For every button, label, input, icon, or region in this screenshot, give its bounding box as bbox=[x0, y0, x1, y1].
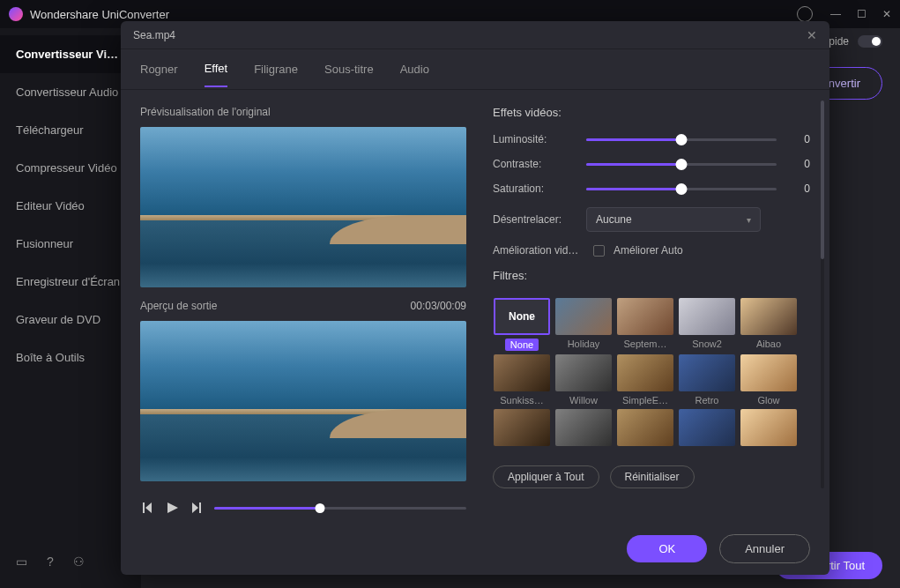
help-icon[interactable]: ? bbox=[47, 555, 54, 569]
account-icon[interactable] bbox=[797, 6, 813, 22]
ok-button[interactable]: OK bbox=[627, 535, 707, 562]
brightness-slider[interactable] bbox=[586, 138, 777, 141]
apply-all-button[interactable]: Appliquer à Tout bbox=[493, 465, 599, 488]
filter-thumb-willow[interactable] bbox=[555, 354, 612, 391]
effects-column: Effets vidéos: Luminosité: 0 Contraste: … bbox=[493, 106, 810, 522]
chevron-down-icon: ▾ bbox=[747, 215, 751, 225]
dialog-filename: Sea.mp4 bbox=[133, 29, 807, 41]
sidebar-item-editor[interactable]: Editeur Vidéo bbox=[0, 187, 141, 225]
contrast-fill bbox=[586, 163, 681, 166]
effect-dialog: Sea.mp4 ✕ Rogner Effet Filigrane Sous-ti… bbox=[121, 21, 829, 575]
filter-holiday: Holiday bbox=[554, 298, 613, 351]
filter-sunkiss: Sunkiss… bbox=[493, 354, 551, 406]
filter-extra-2 bbox=[554, 409, 613, 446]
sidebar-item-downloader[interactable]: Téléchargeur bbox=[0, 111, 141, 149]
filter-thumb-extra-4[interactable] bbox=[679, 409, 735, 446]
filter-extra-5 bbox=[740, 409, 798, 446]
tab-soustitre[interactable]: Sous-titre bbox=[324, 52, 374, 86]
filter-thumb-extra-2[interactable] bbox=[555, 409, 612, 446]
sidebar-item-dvd[interactable]: Graveur de DVD bbox=[0, 301, 141, 339]
brightness-fill bbox=[586, 138, 681, 141]
saturation-thumb[interactable] bbox=[676, 183, 688, 195]
app-title: Wondershare UniConverter bbox=[30, 8, 797, 21]
filter-thumb-holiday[interactable] bbox=[555, 298, 612, 335]
filter-thumb-glow[interactable] bbox=[740, 354, 797, 391]
filter-name-none: None bbox=[505, 339, 539, 351]
filter-name-sunkiss: Sunkiss… bbox=[500, 395, 544, 406]
tab-effet[interactable]: Effet bbox=[205, 51, 228, 87]
enhance-auto-label: Améliorer Auto bbox=[614, 244, 683, 257]
saturation-row: Saturation: 0 bbox=[493, 182, 810, 195]
filter-thumb-extra-3[interactable] bbox=[617, 409, 673, 446]
app-logo-icon bbox=[9, 7, 23, 21]
contrast-row: Contraste: 0 bbox=[493, 158, 810, 170]
playback-slider[interactable] bbox=[214, 507, 466, 510]
filter-thumb-none[interactable]: None bbox=[494, 298, 550, 335]
filter-extra-4 bbox=[678, 409, 736, 446]
cancel-button[interactable]: Annuler bbox=[719, 534, 810, 563]
brightness-row: Luminosité: 0 bbox=[493, 133, 810, 145]
high-speed-toggle[interactable] bbox=[858, 35, 882, 48]
sidebar-item-video-converter[interactable]: Convertisseur Vidéo bbox=[0, 35, 141, 73]
effects-title: Effets vidéos: bbox=[493, 106, 810, 119]
maximize-icon[interactable]: ☐ bbox=[857, 8, 867, 20]
scrollbar-thumb[interactable] bbox=[821, 100, 824, 259]
filter-name-willow: Willow bbox=[569, 395, 598, 406]
filter-september: Septem… bbox=[616, 298, 674, 351]
output-preview-label: Aperçu de sortie bbox=[140, 300, 217, 312]
playback-fill bbox=[214, 507, 320, 510]
output-preview bbox=[140, 321, 466, 481]
filter-thumb-extra-1[interactable] bbox=[494, 409, 550, 446]
filter-thumb-snow2[interactable] bbox=[679, 298, 735, 335]
filter-thumb-sunkiss[interactable] bbox=[494, 354, 550, 391]
guide-icon[interactable]: ▭ bbox=[16, 555, 27, 569]
close-window-icon[interactable]: ✕ bbox=[882, 8, 891, 20]
filter-thumb-extra-5[interactable] bbox=[740, 409, 797, 446]
user-icon[interactable]: ⚇ bbox=[73, 555, 85, 569]
play-icon[interactable] bbox=[165, 501, 179, 515]
tab-audio[interactable]: Audio bbox=[400, 52, 429, 86]
next-frame-icon[interactable] bbox=[190, 501, 204, 515]
filter-glow: Glow bbox=[740, 354, 798, 406]
dialog-scrollbar[interactable] bbox=[821, 100, 824, 488]
original-preview-label: Prévisualisation de l'original bbox=[140, 106, 466, 118]
contrast-value: 0 bbox=[789, 158, 810, 170]
filter-snow2: Snow2 bbox=[678, 298, 736, 351]
contrast-label: Contraste: bbox=[493, 158, 574, 170]
enhance-checkbox[interactable] bbox=[593, 245, 605, 257]
saturation-value: 0 bbox=[789, 182, 810, 195]
sidebar-item-toolbox[interactable]: Boîte à Outils bbox=[0, 339, 141, 376]
sidebar-item-merger[interactable]: Fusionneur bbox=[0, 225, 141, 263]
close-icon[interactable]: ✕ bbox=[807, 28, 817, 42]
brightness-label: Luminosité: bbox=[493, 133, 574, 145]
filter-name-september: Septem… bbox=[624, 339, 667, 349]
filter-thumb-simplee[interactable] bbox=[617, 354, 673, 391]
brightness-thumb[interactable] bbox=[676, 134, 688, 145]
preview-column: Prévisualisation de l'original Aperçu de… bbox=[140, 106, 466, 522]
contrast-thumb[interactable] bbox=[676, 159, 688, 170]
sidebar-item-audio-converter[interactable]: Convertisseur Audio bbox=[0, 73, 141, 111]
reset-button[interactable]: Réinitialiser bbox=[610, 465, 695, 488]
filter-thumb-retro[interactable] bbox=[679, 354, 735, 391]
filter-thumb-september[interactable] bbox=[617, 298, 673, 335]
contrast-slider[interactable] bbox=[586, 163, 777, 166]
saturation-fill bbox=[586, 188, 681, 190]
tab-filigrane[interactable]: Filigrane bbox=[254, 52, 298, 86]
original-preview bbox=[140, 127, 466, 287]
filter-aibao: Aibao bbox=[740, 298, 798, 351]
timecode: 00:03/00:09 bbox=[411, 300, 466, 312]
sidebar-item-recorder[interactable]: Enregistreur d'Écran bbox=[0, 263, 141, 301]
filter-name-glow: Glow bbox=[757, 395, 779, 406]
toggle-knob bbox=[872, 37, 881, 46]
filter-name-aibao: Aibao bbox=[756, 339, 781, 349]
deinterlace-select[interactable]: Aucune ▾ bbox=[586, 207, 761, 232]
deinterlace-row: Désentrelacer: Aucune ▾ bbox=[493, 207, 810, 232]
saturation-slider[interactable] bbox=[586, 188, 777, 190]
filter-retro: Retro bbox=[678, 354, 736, 406]
prev-frame-icon[interactable] bbox=[140, 501, 154, 515]
sidebar-item-compressor[interactable]: Compresseur Vidéo bbox=[0, 149, 141, 187]
playback-thumb[interactable] bbox=[316, 503, 325, 513]
filter-thumb-aibao[interactable] bbox=[740, 298, 797, 335]
tab-rogner[interactable]: Rogner bbox=[140, 52, 178, 86]
minimize-icon[interactable]: — bbox=[830, 8, 841, 20]
